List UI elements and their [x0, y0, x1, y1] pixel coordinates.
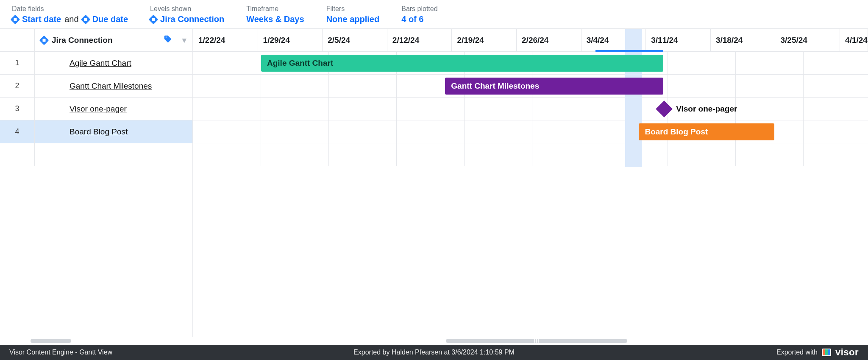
week-header-cell[interactable]: 4/1/24 — [840, 29, 868, 51]
jira-icon — [149, 14, 159, 24]
milestone-diamond-icon — [656, 100, 673, 117]
empty-row — [0, 143, 192, 166]
levels-value[interactable]: Jira Connection — [160, 14, 224, 24]
tag-icon[interactable] — [164, 35, 172, 45]
week-header-cell[interactable]: 2/12/24 — [387, 29, 452, 51]
task-row[interactable]: 4 Board Blog Post — [0, 120, 192, 143]
jira-icon — [11, 14, 20, 24]
and-label: and — [64, 14, 78, 24]
footer-view-name: Visor Content Engine - Gantt View — [9, 349, 112, 356]
task-list-header: Jira Connection ▾ — [0, 29, 192, 52]
row-number: 2 — [0, 75, 35, 97]
filter-label: Bars plotted — [401, 5, 437, 13]
gantt-timeline-pane[interactable]: 1/22/241/29/242/5/242/12/242/19/242/26/2… — [193, 29, 868, 337]
column-header-label: Jira Connection — [52, 36, 113, 45]
row-number — [0, 143, 35, 166]
row-number: 4 — [0, 120, 35, 143]
filter-label: Levels shown — [150, 5, 224, 13]
week-header-cell[interactable]: 2/26/24 — [517, 29, 581, 51]
row-number: 1 — [0, 52, 35, 74]
task-name-link[interactable]: Gantt Chart Milestones — [70, 81, 152, 90]
left-scroll-thumb[interactable] — [31, 339, 71, 343]
column-menu-caret[interactable]: ▾ — [176, 35, 192, 45]
row-number: 3 — [0, 98, 35, 120]
task-name-link[interactable]: Board Blog Post — [70, 127, 128, 136]
week-header-cell[interactable]: 3/25/24 — [775, 29, 840, 51]
task-name-link[interactable]: Agile Gantt Chart — [70, 59, 131, 67]
filter-timeframe[interactable]: Timeframe Weeks & Days — [246, 5, 304, 24]
today-highlight — [625, 29, 642, 167]
bar-board-blog-post[interactable]: Board Blog Post — [639, 123, 774, 140]
timeline-header: 1/22/241/29/242/5/242/12/242/19/242/26/2… — [193, 29, 868, 52]
timeframe-value[interactable]: Weeks & Days — [246, 14, 304, 24]
week-header-cell[interactable]: 1/29/24 — [258, 29, 323, 51]
jira-icon — [39, 35, 49, 45]
filter-filters[interactable]: Filters None applied — [326, 5, 380, 24]
visor-wordmark: visor — [835, 347, 859, 358]
bars-value[interactable]: 4 of 6 — [401, 14, 423, 24]
start-date-chip[interactable]: Start date — [22, 14, 61, 24]
filter-date-fields[interactable]: Date fields Start date and Due date — [12, 5, 128, 24]
filter-label: Filters — [326, 5, 380, 13]
filter-label: Date fields — [12, 5, 128, 13]
week-header-cell[interactable]: 2/5/24 — [323, 29, 387, 51]
right-scroll-thumb[interactable] — [446, 339, 627, 343]
due-date-chip[interactable]: Due date — [92, 14, 128, 24]
bar-agile-gantt-chart[interactable]: Agile Gantt Chart — [261, 55, 663, 72]
horizontal-scrollbars — [0, 337, 868, 345]
week-header-cell[interactable]: 2/19/24 — [452, 29, 517, 51]
today-marker — [595, 50, 663, 52]
visor-logo-icon — [822, 349, 831, 356]
task-row[interactable]: 3 Visor one-pager — [0, 98, 192, 120]
footer-exported-with: Exported with — [776, 349, 818, 356]
filter-bars-plotted[interactable]: Bars plotted 4 of 6 — [401, 5, 437, 24]
task-row[interactable]: 2 Gantt Chart Milestones — [0, 75, 192, 98]
filters-value[interactable]: None applied — [326, 14, 380, 24]
week-header-cell[interactable]: 3/18/24 — [711, 29, 776, 51]
week-header-cell[interactable]: 3/11/24 — [646, 29, 711, 51]
milestone-visor-one-pager[interactable]: Visor one-pager — [658, 98, 737, 120]
filter-levels[interactable]: Levels shown Jira Connection — [150, 5, 224, 24]
task-name-link[interactable]: Visor one-pager — [70, 104, 127, 113]
footer-export-info: Exported by Halden Pfearsen at 3/6/2024 … — [353, 349, 515, 356]
week-header-cell[interactable]: 1/22/24 — [193, 29, 258, 51]
task-list-pane: Jira Connection ▾ 1 Agile Gantt Chart2 G… — [0, 29, 193, 337]
milestone-label: Visor one-pager — [676, 104, 737, 114]
jira-icon — [81, 14, 90, 24]
bar-gantt-milestones[interactable]: Gantt Chart Milestones — [445, 78, 663, 95]
toolbar-filters: Date fields Start date and Due date Leve… — [0, 0, 868, 29]
task-row[interactable]: 1 Agile Gantt Chart — [0, 52, 192, 75]
filter-label: Timeframe — [246, 5, 304, 13]
export-footer: Visor Content Engine - Gantt View Export… — [0, 345, 868, 360]
